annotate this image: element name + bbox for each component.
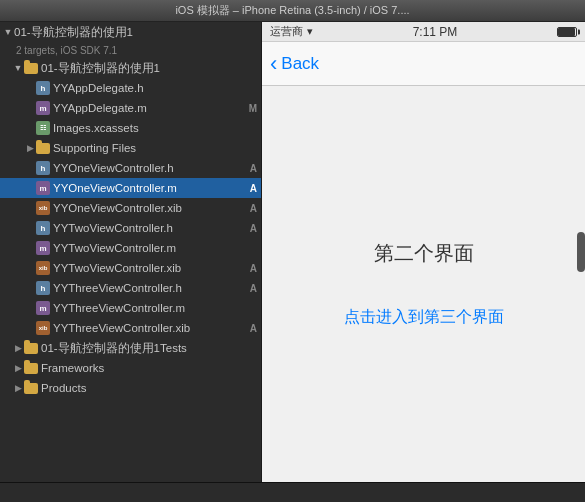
tree-item-threevc-xib[interactable]: xibYYThreeViewController.xibA	[0, 318, 261, 338]
tree-root-item[interactable]: ▼ 01-导航控制器的使用1	[0, 22, 261, 42]
file-type-icon: m	[36, 101, 50, 115]
tree-item-twovc-m[interactable]: mYYTwoViewController.m	[0, 238, 261, 258]
carrier-text: 运营商	[270, 24, 303, 39]
file-type-icon: xib	[36, 321, 50, 335]
file-type-icon: xib	[36, 201, 50, 215]
tree-item-onevc-m[interactable]: mYYOneViewController.mA	[0, 178, 261, 198]
tree-item-root-group[interactable]: ▼01-导航控制器的使用1	[0, 58, 261, 78]
file-type-icon	[24, 63, 38, 74]
file-type-icon: ☷	[36, 121, 50, 135]
tree-item-appdelegate-m[interactable]: mYYAppDelegate.mM	[0, 98, 261, 118]
battery-fill	[558, 28, 575, 36]
file-type-icon: h	[36, 221, 50, 235]
file-type-icon	[24, 343, 38, 354]
tree-item-label: 01-导航控制器的使用1	[41, 61, 257, 76]
tree-item-label: YYOneViewController.m	[53, 182, 250, 194]
back-label: Back	[281, 54, 319, 74]
tree-item-badge: A	[250, 163, 257, 174]
tree-item-badge: A	[250, 263, 257, 274]
file-type-icon: h	[36, 281, 50, 295]
battery-icon	[557, 27, 577, 37]
tree-arrow-icon: ▶	[12, 363, 24, 373]
nav-bar: ‹ Back	[262, 42, 585, 86]
simulator-panel: 运营商 ▾ 7:11 PM ‹ Back 第二个界面	[262, 22, 585, 482]
back-button[interactable]: ‹ Back	[270, 53, 319, 75]
tree-item-label: YYTwoViewController.m	[53, 242, 257, 254]
tree-item-badge: A	[250, 183, 257, 194]
file-type-icon: xib	[36, 261, 50, 275]
status-left: 运营商 ▾	[270, 24, 313, 39]
tree-item-label: YYThreeViewController.m	[53, 302, 257, 314]
tree-arrow-icon: ▼	[12, 63, 24, 73]
tree-arrow-icon: ▶	[12, 383, 24, 393]
tree-item-badge: M	[249, 103, 257, 114]
tree-item-twovc-xib[interactable]: xibYYTwoViewController.xibA	[0, 258, 261, 278]
tree-item-tests-group[interactable]: ▶01-导航控制器的使用1Tests	[0, 338, 261, 358]
tree-arrow-icon: ▶	[24, 143, 36, 153]
main-content: ▼ 01-导航控制器的使用1 2 targets, iOS SDK 7.1 ▼0…	[0, 22, 585, 482]
tree-arrow-icon: ▶	[12, 343, 24, 353]
file-type-icon: h	[36, 161, 50, 175]
iphone-frame: 运营商 ▾ 7:11 PM ‹ Back 第二个界面	[262, 22, 585, 482]
tree-item-supporting-files[interactable]: ▶Supporting Files	[0, 138, 261, 158]
title-bar-text: iOS 模拟器 – iPhone Retina (3.5-inch) / iOS…	[175, 3, 409, 18]
tree-item-label: 01-导航控制器的使用1Tests	[41, 341, 257, 356]
root-arrow-icon: ▼	[2, 27, 14, 37]
tree-item-badge: A	[250, 203, 257, 214]
tree-item-label: YYThreeViewController.h	[53, 282, 250, 294]
back-chevron-icon: ‹	[270, 53, 277, 75]
tree-item-onevc-xib[interactable]: xibYYOneViewController.xibA	[0, 198, 261, 218]
view-link[interactable]: 点击进入到第三个界面	[344, 307, 504, 328]
tree-items-container: ▼01-导航控制器的使用1hYYAppDelegate.hmYYAppDeleg…	[0, 58, 261, 398]
tree-item-label: YYOneViewController.h	[53, 162, 250, 174]
file-type-icon	[24, 363, 38, 374]
status-right	[557, 27, 577, 37]
tree-item-twovc-h[interactable]: hYYTwoViewController.hA	[0, 218, 261, 238]
tree-item-label: YYTwoViewController.h	[53, 222, 250, 234]
file-tree-panel: ▼ 01-导航控制器的使用1 2 targets, iOS SDK 7.1 ▼0…	[0, 22, 262, 482]
title-bar: iOS 模拟器 – iPhone Retina (3.5-inch) / iOS…	[0, 0, 585, 22]
file-type-icon	[36, 143, 50, 154]
tree-item-badge: A	[250, 223, 257, 234]
file-type-icon	[24, 383, 38, 394]
file-type-icon: m	[36, 181, 50, 195]
tree-item-onevc-h[interactable]: hYYOneViewController.hA	[0, 158, 261, 178]
status-bar: 运营商 ▾ 7:11 PM	[262, 22, 585, 42]
file-type-icon: m	[36, 301, 50, 315]
tree-sdk-label: 2 targets, iOS SDK 7.1	[0, 42, 261, 58]
tree-item-images-xcassets[interactable]: ☷Images.xcassets	[0, 118, 261, 138]
tree-item-label: Frameworks	[41, 362, 257, 374]
tree-item-badge: A	[250, 323, 257, 334]
tree-item-label: Products	[41, 382, 257, 394]
tree-item-label: YYAppDelegate.m	[53, 102, 249, 114]
file-type-icon: h	[36, 81, 50, 95]
tree-item-frameworks[interactable]: ▶Frameworks	[0, 358, 261, 378]
tree-item-badge: A	[250, 283, 257, 294]
tree-item-products[interactable]: ▶Products	[0, 378, 261, 398]
view-content: 第二个界面 点击进入到第三个界面	[262, 86, 585, 482]
tree-item-label: YYAppDelegate.h	[53, 82, 257, 94]
tree-item-label: YYTwoViewController.xib	[53, 262, 250, 274]
view-title: 第二个界面	[374, 240, 474, 267]
tree-item-label: Images.xcassets	[53, 122, 257, 134]
root-label: 01-导航控制器的使用1	[14, 25, 261, 40]
file-type-icon: m	[36, 241, 50, 255]
drag-handle-icon[interactable]	[577, 232, 585, 272]
wifi-icon: ▾	[307, 25, 313, 38]
tree-item-label: YYThreeViewController.xib	[53, 322, 250, 334]
tree-item-appdelegate-h[interactable]: hYYAppDelegate.h	[0, 78, 261, 98]
bottom-bar	[0, 482, 585, 502]
tree-item-label: Supporting Files	[53, 142, 257, 154]
time-text: 7:11 PM	[413, 25, 458, 39]
tree-item-threevc-h[interactable]: hYYThreeViewController.hA	[0, 278, 261, 298]
tree-item-threevc-m[interactable]: mYYThreeViewController.m	[0, 298, 261, 318]
tree-item-label: YYOneViewController.xib	[53, 202, 250, 214]
